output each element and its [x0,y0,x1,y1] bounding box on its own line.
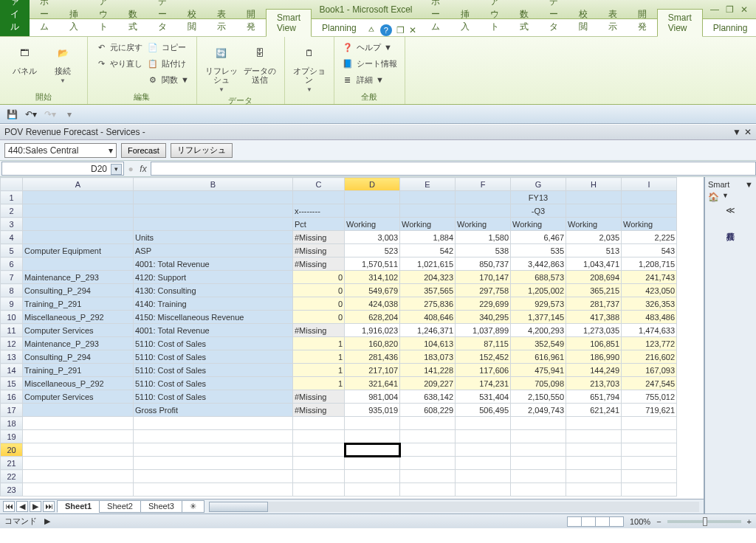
cell[interactable]: 4,200,293 [511,324,566,337]
zoom-in-icon[interactable]: + [747,517,752,526]
cell[interactable] [511,430,566,443]
select-all-corner[interactable] [1,178,23,191]
ribbon-tab[interactable]: ページ レイアウト [89,0,118,36]
cell[interactable]: 2,150,550 [511,390,566,404]
fx-cancel-icon[interactable]: ● [126,164,136,174]
cell[interactable]: 209,227 [400,377,456,390]
row-header[interactable]: 3 [1,218,23,231]
help-icon[interactable]: ? [380,24,392,36]
cell[interactable]: 152,452 [456,350,511,364]
cell[interactable] [511,470,566,483]
cell[interactable]: 850,737 [456,257,511,271]
cell[interactable]: Computer Services [23,390,134,404]
sheetinfo-button[interactable]: 📘シート情報 [342,56,397,71]
cell[interactable]: 4150: Miscellaneous Revenue [134,311,293,324]
cell[interactable] [511,457,566,470]
cell[interactable]: Miscellaneous_P_292 [23,377,134,390]
cell[interactable]: 1,246,371 [400,324,456,337]
cell[interactable] [23,470,134,483]
cell[interactable]: 174,231 [456,377,511,390]
cell[interactable]: 160,820 [345,337,400,350]
cell[interactable]: 705,098 [511,377,566,390]
cell[interactable] [511,443,566,457]
ribbon-tab[interactable]: ホーム [30,0,59,36]
cell[interactable]: 144,249 [566,364,622,377]
paste-button[interactable]: 📋貼付け [147,56,189,71]
cell[interactable] [456,417,511,430]
cell[interactable] [345,470,400,483]
cell[interactable] [622,483,677,497]
cell[interactable]: 1,205,002 [511,284,566,297]
cell[interactable] [23,231,134,244]
cell[interactable] [566,483,622,497]
cell[interactable]: 170,147 [456,271,511,284]
cell[interactable]: 483,486 [622,311,677,324]
cell[interactable]: 621,241 [566,404,622,417]
redo-qat-icon[interactable]: ↷▾ [43,109,58,120]
cell[interactable] [400,457,456,470]
cell[interactable]: 1 [293,337,345,350]
cell[interactable]: 1,580 [456,231,511,244]
cell[interactable]: 208,694 [566,271,622,284]
maximize-button[interactable]: ❐ [722,4,737,15]
cell[interactable]: 247,545 [622,377,677,390]
cell[interactable]: 0 [293,297,345,311]
cell[interactable]: 1 [293,350,345,364]
fx-icon[interactable]: fx [136,164,151,174]
cell[interactable]: Training_P_291 [23,297,134,311]
cell[interactable]: 1,884 [400,231,456,244]
cell[interactable]: 542 [400,244,456,257]
cell[interactable] [566,470,622,483]
ribbon-min-icon[interactable]: ㅿ [367,24,376,36]
cell[interactable]: 1,474,633 [622,324,677,337]
cell[interactable]: #Missing [293,257,345,271]
ribbon-tab[interactable]: Smart View [657,9,703,37]
cell[interactable] [293,470,345,483]
cell[interactable]: #Missing [293,231,345,244]
cell[interactable] [293,430,345,443]
cell[interactable] [622,457,677,470]
cell[interactable]: 204,323 [400,271,456,284]
save-icon[interactable]: 💾 [4,109,19,120]
cell[interactable]: 4001: Total Revenue [134,257,293,271]
cell[interactable] [622,417,677,430]
cell[interactable]: 3,003 [345,231,400,244]
cell[interactable] [134,470,293,483]
cell[interactable]: 935,019 [345,404,400,417]
horizontal-scrollbar[interactable] [209,502,699,512]
cell[interactable]: 2,225 [622,231,677,244]
cell[interactable]: 123,772 [622,337,677,350]
row-header[interactable]: 11 [1,324,23,337]
macro-record-icon[interactable]: ▶ [44,516,50,526]
cell[interactable] [345,430,400,443]
home-icon[interactable]: 🏠 [708,192,719,202]
cell[interactable]: 5110: Cost of Sales [134,337,293,350]
cell[interactable]: 475,941 [511,364,566,377]
cell[interactable]: 535 [511,244,566,257]
column-header[interactable]: F [456,178,511,191]
cell[interactable] [566,443,622,457]
cell[interactable] [566,417,622,430]
row-header[interactable]: 17 [1,404,23,417]
cell[interactable]: 1 [293,364,345,377]
cell[interactable] [23,417,134,430]
cell[interactable]: 141,228 [400,364,456,377]
cell[interactable]: 1,916,023 [345,324,400,337]
cell[interactable]: 87,115 [456,337,511,350]
cell[interactable]: Consulting_P_294 [23,284,134,297]
chevron-down-icon[interactable]: ▼ [722,192,729,202]
cell[interactable]: #Missing [293,324,345,337]
column-header[interactable]: A [23,178,134,191]
ribbon-tab[interactable]: 校閲 [568,5,598,36]
cell[interactable]: 608,229 [400,404,456,417]
column-header[interactable]: H [566,178,622,191]
cell[interactable]: Units [134,231,293,244]
cell[interactable]: 1,043,471 [566,257,622,271]
copy-button[interactable]: 📄コピー [147,40,189,55]
cell[interactable]: 340,295 [456,311,511,324]
sheet-nav-last[interactable]: ⏭ [43,501,55,512]
cell[interactable]: 408,646 [400,311,456,324]
ribbon-tab[interactable]: ページ レイアウト [480,0,509,36]
ribbon-tab[interactable]: 表示 [598,5,628,36]
cell[interactable] [134,430,293,443]
